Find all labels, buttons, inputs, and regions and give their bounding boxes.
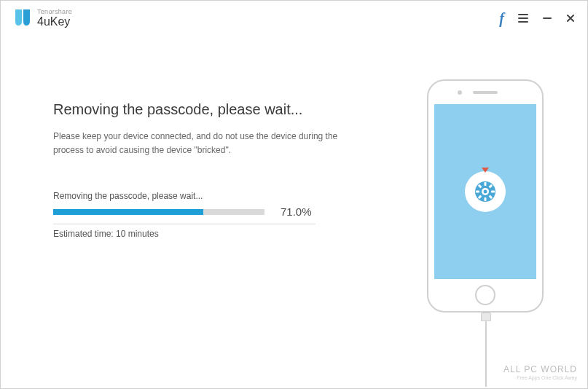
- estimated-time: Estimated time: 10 minutes: [53, 229, 383, 239]
- minimize-icon[interactable]: [542, 13, 552, 23]
- gear-icon: [473, 179, 498, 204]
- content: Removing the passcode, please wait... Pl…: [1, 36, 587, 388]
- cable-illustration: [481, 313, 491, 385]
- watermark: ALL PC WORLD Free Apps One Click Away: [503, 364, 577, 381]
- brand-product: 4uKey: [37, 16, 72, 28]
- progress-percent: 71.0%: [281, 205, 312, 218]
- brand: Tenorshare 4uKey: [14, 8, 72, 28]
- facebook-icon[interactable]: f: [499, 10, 504, 27]
- progress-section: Removing the passcode, please wait... 71…: [53, 191, 383, 239]
- progress-bar: [53, 209, 264, 215]
- main-panel: Removing the passcode, please wait... Pl…: [1, 36, 398, 388]
- phone-home-button-icon: [475, 285, 495, 305]
- svg-rect-3: [485, 197, 487, 201]
- svg-rect-4: [476, 191, 479, 193]
- page-title: Removing the passcode, please wait...: [53, 101, 383, 118]
- progress-fill: [53, 209, 203, 215]
- svg-rect-5: [491, 191, 495, 193]
- svg-point-10: [484, 190, 487, 194]
- phone-camera-icon: [458, 90, 462, 95]
- cable-plug-icon: [481, 313, 491, 321]
- phone-illustration: [427, 79, 544, 313]
- window-controls: f: [499, 10, 576, 27]
- watermark-line2: Free Apps One Click Away: [503, 375, 577, 381]
- watermark-line1: ALL PC WORLD: [503, 364, 577, 374]
- svg-rect-2: [485, 182, 487, 186]
- divider: [53, 224, 315, 224]
- gear-badge: [465, 171, 506, 212]
- cable-wire-icon: [485, 321, 487, 387]
- device-panel: [398, 36, 587, 388]
- phone-screen: [434, 104, 536, 279]
- app-window: Tenorshare 4uKey f Removing the passcode…: [0, 0, 588, 389]
- menu-icon[interactable]: [517, 12, 529, 24]
- close-icon[interactable]: [565, 13, 576, 23]
- brand-logo-icon: [14, 8, 31, 28]
- progress-row: 71.0%: [53, 205, 383, 218]
- phone-speaker-icon: [473, 91, 498, 94]
- progress-label: Removing the passcode, please wait...: [53, 191, 383, 201]
- titlebar: Tenorshare 4uKey f: [1, 1, 587, 36]
- brand-company: Tenorshare: [37, 9, 72, 15]
- instruction-text: Please keep your device connected, and d…: [53, 130, 345, 157]
- brand-text: Tenorshare 4uKey: [37, 9, 72, 28]
